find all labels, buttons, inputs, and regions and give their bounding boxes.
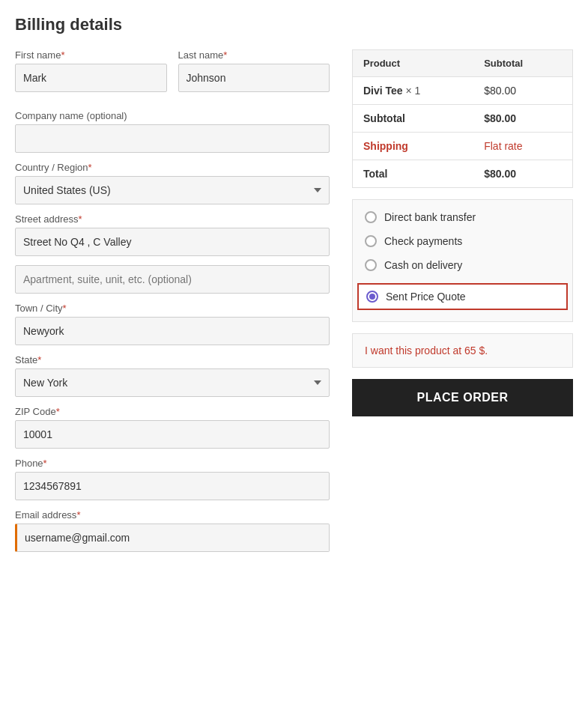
order-table: Product Subtotal Divi Tee × 1 $80.00 Sub… [352,49,573,188]
state-label: State* [15,354,330,365]
phone-label: Phone* [15,458,330,469]
email-input[interactable] [15,524,330,552]
zip-input[interactable] [15,420,330,449]
radio-direct-bank [365,211,377,223]
total-row: Total $80.00 [353,160,573,188]
street-label: Street address* [15,213,330,225]
radio-price-quote [366,291,378,303]
country-label: Country / Region* [15,162,330,173]
city-label: Town / City* [15,303,330,314]
quote-message-text: I want this product at 65 $. [365,345,488,356]
phone-input[interactable] [15,472,330,500]
payment-option-price-quote[interactable]: Sent Price Quote [357,283,568,310]
radio-check [365,235,377,247]
last-name-input[interactable] [178,64,330,92]
subtotal-row: Subtotal $80.00 [353,105,573,133]
radio-cash [365,259,377,271]
first-name-input[interactable] [15,64,167,92]
country-group: Country / Region* United States (US) [15,162,330,204]
first-name-label: First name* [15,49,167,61]
total-value: $80.00 [473,160,572,188]
subtotal-label: Subtotal [353,105,474,133]
payment-label-direct-bank: Direct bank transfer [384,211,476,223]
zip-group: ZIP Code* [15,406,330,449]
payment-label-price-quote: Sent Price Quote [386,291,466,303]
apartment-group [15,265,330,294]
street-group: Street address* [15,213,330,256]
quote-message-box: I want this product at 65 $. [352,333,573,368]
first-name-group: First name* [15,49,167,92]
phone-group: Phone* [15,458,330,500]
email-group: Email address* [15,509,330,552]
shipping-value: Flat rate [473,133,572,160]
company-group: Company name (optional) [15,110,330,153]
shipping-row: Shipping Flat rate [353,133,573,160]
quote-annotation: I want this product at 65 $. [352,333,573,368]
shipping-label: Shipping [353,133,474,160]
billing-form: First name* Last name* Company name (opt… [15,49,330,561]
state-group: State* New York [15,354,330,397]
payment-label-cash: Cash on delivery [384,259,462,271]
city-input[interactable] [15,317,330,345]
order-item-name: Divi Tee × 1 [353,77,474,105]
street-input[interactable] [15,228,330,256]
payment-methods: Direct bank transfer Check payments Cash… [352,199,573,322]
zip-label: ZIP Code* [15,406,330,417]
subtotal-value: $80.00 [473,105,572,133]
last-name-label: Last name* [178,49,330,61]
col-subtotal-header: Subtotal [473,50,572,77]
order-item-row: Divi Tee × 1 $80.00 [353,77,573,105]
col-product-header: Product [353,50,474,77]
payment-option-cash[interactable]: Cash on delivery [365,259,560,271]
apartment-input[interactable] [15,265,330,294]
country-select[interactable]: United States (US) [15,176,330,204]
payment-label-check: Check payments [384,235,462,247]
state-select[interactable]: New York [15,368,330,397]
payment-option-direct-bank[interactable]: Direct bank transfer [365,211,560,223]
last-name-group: Last name* [178,49,330,92]
company-input[interactable] [15,124,330,153]
place-order-button[interactable]: Place order [352,379,573,416]
city-group: Town / City* [15,303,330,345]
company-label: Company name (optional) [15,110,330,121]
page-title: Billing details [15,15,573,34]
total-label: Total [353,160,474,188]
payment-option-check[interactable]: Check payments [365,235,560,247]
order-item-subtotal: $80.00 [473,77,572,105]
email-label: Email address* [15,509,330,521]
order-summary: Product Subtotal Divi Tee × 1 $80.00 Sub… [352,49,573,416]
